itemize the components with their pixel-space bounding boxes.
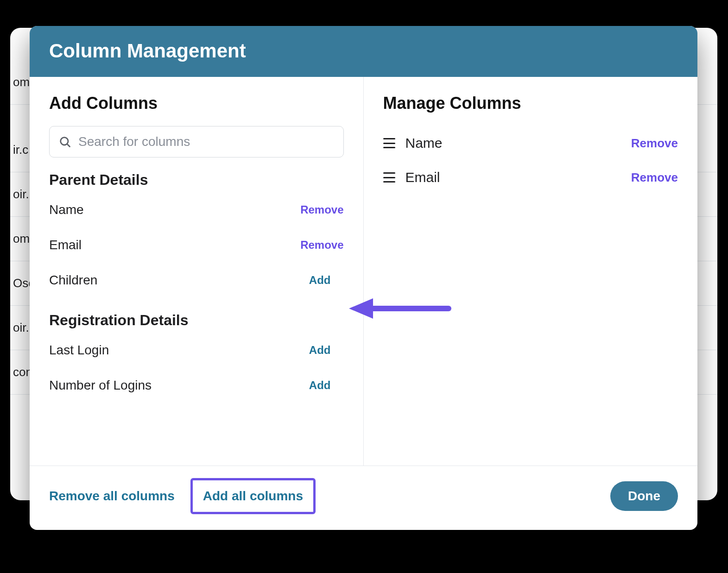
remove-column-button[interactable]: Remove bbox=[300, 239, 343, 252]
column-row: Number of Logins Add bbox=[49, 368, 344, 403]
manage-column-row: Name Remove bbox=[383, 126, 678, 160]
manage-column-row: Email Remove bbox=[383, 160, 678, 195]
add-all-columns-button[interactable]: Add all columns bbox=[203, 489, 303, 503]
bg-cell-text: oir. bbox=[13, 187, 29, 201]
column-row: Email Remove bbox=[49, 227, 344, 263]
group-heading-parent-details: Parent Details bbox=[49, 171, 344, 189]
add-columns-title: Add Columns bbox=[49, 94, 344, 113]
drag-handle-icon[interactable] bbox=[383, 138, 395, 148]
add-column-button[interactable]: Add bbox=[309, 274, 344, 287]
drag-handle-icon[interactable] bbox=[383, 172, 395, 183]
column-label-number-of-logins: Number of Logins bbox=[49, 378, 152, 393]
modal-title: Column Management bbox=[30, 26, 697, 77]
add-column-button[interactable]: Add bbox=[309, 379, 344, 392]
search-wrapper bbox=[49, 126, 344, 157]
manage-column-label-email: Email bbox=[405, 170, 440, 185]
column-management-modal: Column Management Add Columns Parent Det… bbox=[30, 26, 697, 530]
manage-columns-panel: Manage Columns Name Remove Email Remove bbox=[364, 77, 698, 466]
column-row: Name Remove bbox=[49, 192, 344, 227]
modal-body: Add Columns Parent Details Name Remove E… bbox=[30, 77, 697, 466]
search-icon bbox=[58, 135, 71, 148]
column-label-name: Name bbox=[49, 202, 84, 217]
modal-footer: Remove all columns Add all columns Done bbox=[30, 466, 697, 530]
manage-columns-title: Manage Columns bbox=[383, 94, 678, 113]
group-heading-registration-details: Registration Details bbox=[49, 312, 344, 329]
column-row: Last Login Add bbox=[49, 333, 344, 368]
column-row: Children Add bbox=[49, 263, 344, 298]
done-button[interactable]: Done bbox=[610, 481, 678, 511]
annotation-highlight: Add all columns bbox=[190, 478, 316, 514]
search-columns-input[interactable] bbox=[49, 126, 344, 157]
bg-cell-text: ir.c bbox=[13, 143, 28, 157]
remove-managed-column-button[interactable]: Remove bbox=[631, 170, 678, 185]
add-columns-panel: Add Columns Parent Details Name Remove E… bbox=[30, 77, 364, 466]
remove-managed-column-button[interactable]: Remove bbox=[631, 136, 678, 151]
column-label-email: Email bbox=[49, 238, 82, 252]
column-label-last-login: Last Login bbox=[49, 343, 109, 358]
bg-cell-text: om bbox=[13, 75, 30, 89]
remove-all-columns-button[interactable]: Remove all columns bbox=[49, 489, 175, 504]
remove-column-button[interactable]: Remove bbox=[300, 203, 343, 216]
manage-column-label-name: Name bbox=[405, 135, 443, 151]
svg-line-1 bbox=[67, 144, 70, 147]
bg-cell-text: oir. bbox=[13, 321, 29, 335]
bg-cell-text: om bbox=[13, 232, 30, 246]
footer-left-actions: Remove all columns Add all columns bbox=[49, 478, 316, 514]
column-label-children: Children bbox=[49, 273, 97, 288]
add-column-button[interactable]: Add bbox=[309, 344, 344, 357]
